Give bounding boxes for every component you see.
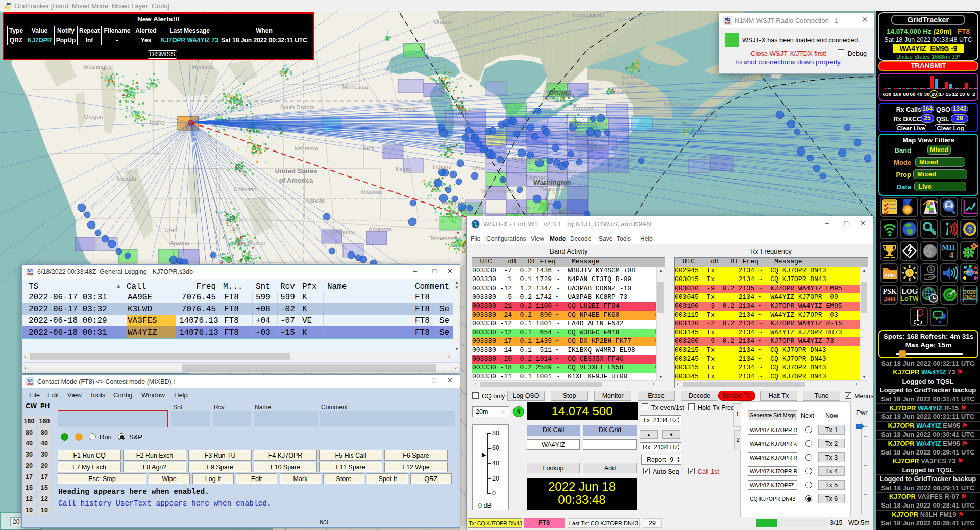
svg-text:Michigan: Michigan [446, 119, 468, 125]
svg-text:Virginia: Virginia [512, 205, 531, 211]
svg-text:Indiana: Indiana [433, 164, 452, 170]
svg-text:Kentucky: Kentucky [442, 200, 465, 206]
svg-text:Montana: Montana [192, 64, 214, 70]
svg-text:Idaho: Idaho [150, 119, 165, 127]
svg-text:MM: MM [725, 21, 731, 25]
svg-text:West Virginia: West Virginia [481, 188, 514, 194]
svg-text:630: 630 [883, 91, 892, 97]
svg-text:Arkansas: Arkansas [369, 226, 392, 232]
svg-text:$: $ [929, 267, 933, 272]
svg-text:Nevada: Nevada [117, 175, 137, 182]
svg-text:Iowa: Iowa [362, 145, 375, 152]
svg-text:Nouveau-: Nouveau- [622, 74, 644, 80]
svg-text:17: 17 [939, 91, 945, 97]
svg-text:?: ? [968, 225, 972, 234]
svg-text:Missouri: Missouri [361, 189, 382, 195]
svg-text:Arizona: Arizona [170, 240, 189, 246]
svg-text:4: 4 [949, 250, 953, 259]
svg-text:of America: of America [279, 176, 313, 184]
svg-text:Kansas: Kansas [306, 197, 325, 204]
svg-text:North Dakota: North Dakota [572, 12, 605, 18]
svg-text:24H: 24H [884, 295, 895, 302]
svg-text:Tennessee: Tennessee [429, 235, 456, 241]
svg-text:Illinois: Illinois [396, 166, 411, 172]
svg-text:10: 10 [960, 91, 965, 97]
svg-text:80: 80 [903, 91, 909, 97]
svg-text:MM: MM [27, 382, 33, 386]
svg-text:Rhode Island: Rhode Island [575, 144, 608, 150]
svg-text:LOG: LOG [902, 288, 918, 295]
svg-text:Maine: Maine [614, 89, 629, 95]
svg-text:Washington: Washington [533, 179, 571, 186]
svg-text:Ontario: Ontario [434, 19, 452, 25]
svg-text:15: 15 [946, 91, 951, 97]
svg-text:Utah: Utah [164, 226, 177, 234]
svg-text:United States: United States [275, 167, 317, 175]
svg-text:Nebraska: Nebraska [294, 145, 318, 152]
svg-text:30: 30 [924, 91, 930, 97]
svg-text:20: 20 [932, 91, 937, 97]
svg-text:Oregon: Oregon [84, 114, 103, 120]
svg-text:New Mexico: New Mexico [235, 240, 265, 246]
svg-text:Nova Scotia: Nova Scotia [664, 100, 694, 107]
svg-text:60: 60 [910, 91, 916, 97]
svg-text:Minnesota: Minnesota [342, 84, 369, 90]
svg-text:LoTW: LoTW [901, 295, 918, 302]
svg-text:Massachusetts: Massachusetts [568, 135, 606, 141]
svg-text:Washington: Washington [83, 64, 113, 70]
svg-text:Delaware: Delaware [540, 186, 564, 192]
svg-text:South Dakota: South Dakota [280, 104, 315, 110]
svg-text:PSK: PSK [883, 288, 896, 295]
svg-text:6: 6 [967, 91, 970, 97]
svg-text:Wisconsin: Wisconsin [393, 106, 419, 112]
svg-text:Pennsylvania: Pennsylvania [512, 156, 546, 162]
svg-text:New Hampshire: New Hampshire [571, 121, 611, 127]
svg-text:MM: MM [27, 272, 33, 276]
svg-text:Ottawa: Ottawa [549, 89, 571, 96]
svg-text:Colorado: Colorado [234, 186, 257, 192]
svg-text:2: 2 [972, 91, 975, 97]
svg-text:Ohio: Ohio [473, 165, 484, 171]
svg-text:40: 40 [917, 91, 923, 97]
svg-text:ADIF: ADIF [885, 273, 895, 278]
svg-text:New Jersey: New Jersey [547, 168, 577, 174]
svg-text:160: 160 [893, 91, 902, 97]
svg-text:et-Miquelon: et-Miquelon [731, 77, 757, 82]
svg-text:12: 12 [952, 91, 958, 97]
svg-text:JN29: JN29 [964, 295, 976, 300]
svg-text:Oklahoma: Oklahoma [329, 229, 355, 235]
svg-text:SPTS: SPTS [963, 270, 975, 275]
svg-text:Brunswick: Brunswick [621, 80, 645, 86]
svg-text:Vermont: Vermont [573, 105, 594, 111]
